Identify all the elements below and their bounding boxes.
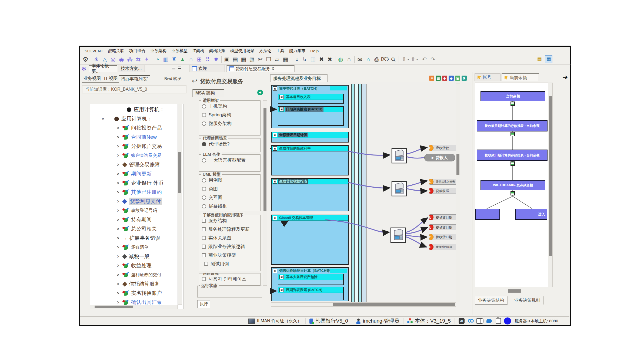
settings-icon[interactable]: ⚙ <box>82 56 89 63</box>
link-icon[interactable] <box>467 318 475 324</box>
spark-icon[interactable]: ✦ <box>143 56 151 63</box>
right-vscrollbar-thumb[interactable] <box>549 96 552 256</box>
forward-arrow-button[interactable]: ➔ <box>561 73 569 81</box>
tab-welcome[interactable]: 欢迎 <box>189 65 225 72</box>
tree-expander-icon[interactable]: > <box>116 163 120 167</box>
tree-row[interactable]: >账户查询及交易 <box>90 151 177 160</box>
nodes-color-icon[interactable]: ✚ <box>442 76 447 81</box>
swimlane-icon[interactable]: ≡ <box>429 76 434 81</box>
book-icon[interactable]: ❒ <box>265 56 273 63</box>
checkbox-control[interactable] <box>202 253 206 257</box>
tree-row[interactable]: >合同前New <box>90 133 177 142</box>
activity-subbox-6-1[interactable]: ▣基本大条日资产扣除 <box>278 274 344 285</box>
tree-expander-icon[interactable]: > <box>116 282 120 286</box>
cabinet-icon[interactable]: ▦ <box>240 56 248 63</box>
db-table-icon[interactable]: ▦ <box>282 56 289 63</box>
export-box-icon[interactable]: ▣ <box>455 76 460 81</box>
workstation-icon-1[interactable] <box>391 148 407 164</box>
tree-expander-icon[interactable]: > <box>116 181 120 185</box>
left-panel-tab-1[interactable]: 本体论概要... <box>89 65 117 72</box>
checkbox-option[interactable]: 实体关系图 <box>202 235 260 241</box>
strategy-icon[interactable]: ◎ <box>109 56 117 63</box>
activity-subbox-1-1[interactable]: ▣基本每日收入表 <box>278 94 344 104</box>
tree-expander-icon[interactable]: > <box>116 263 120 268</box>
tree-row[interactable]: >持有期间 <box>90 215 177 224</box>
output-chip-1[interactable]: C应收贷款 <box>429 145 457 151</box>
center-vscrollbar[interactable] <box>456 83 460 302</box>
tree-row[interactable]: >分拆账户交易 <box>90 142 177 151</box>
tree-expander-icon[interactable]: > <box>116 208 120 213</box>
tab-msa-architecture[interactable]: MSA 架构 <box>192 89 224 97</box>
flow-box-3[interactable]: 按收款日期计算的存款报表 - 当前余额 <box>477 150 548 161</box>
center-vscrollbar-thumb[interactable] <box>456 154 459 175</box>
bank-icon[interactable]: ⌂ <box>187 56 195 63</box>
tab-service-process[interactable]: 服务处理流程及业务目标 <box>270 75 328 82</box>
output-chip-4[interactable]: U贷款收据 <box>429 188 457 194</box>
menu-item-8[interactable]: 模型使用场景 <box>228 48 256 54</box>
tree-vscrollbar[interactable] <box>178 104 182 305</box>
radio-option[interactable]: 类图 <box>202 186 260 192</box>
tree-expander-icon[interactable]: > <box>116 273 120 277</box>
checkbox-option[interactable]: 商业决策模型 <box>202 252 260 258</box>
flow-box-6[interactable]: 进入 <box>515 209 547 220</box>
status-circle-icon[interactable] <box>504 318 511 324</box>
printer-icon[interactable]: ⎙ <box>373 56 381 63</box>
menu-item-7[interactable]: 架构决策 <box>207 48 227 54</box>
view-tab-3[interactable]: 待办事项列表” <box>119 75 150 83</box>
menu-item-12[interactable]: Help <box>308 48 321 54</box>
right-vscrollbar[interactable] <box>548 83 553 287</box>
activity-box-3[interactable]: ▣生成详细的贷款利率 <box>271 145 349 175</box>
tree-row[interactable]: >减税一般 <box>90 252 177 261</box>
search-icon[interactable]: ⚲ <box>388 54 399 65</box>
layers-icon[interactable]: ▤ <box>231 56 239 63</box>
menu-item-6[interactable]: IT架构 <box>190 48 206 54</box>
checkbox-control[interactable] <box>202 219 206 223</box>
tree-row-selected[interactable]: >贷款利息支付 <box>90 197 177 206</box>
image-icon[interactable]: ▧ <box>248 56 256 63</box>
split-icon[interactable]: ✂ <box>256 56 264 63</box>
matrix-icon[interactable]: ▦ <box>436 76 441 81</box>
flow-box-2[interactable]: 接收款日期计算的存款报表 - 当前余额 <box>477 120 548 131</box>
checkbox-option[interactable]: 사용자 인터페이스 <box>202 276 260 282</box>
workstation-icon-2[interactable] <box>391 181 407 197</box>
tree-row[interactable]: >收益处理 <box>90 261 177 270</box>
menu-item-1[interactable]: SOLVENT <box>82 48 105 54</box>
execute-button[interactable]: 执行 <box>197 300 210 308</box>
activity-subbox-1-2[interactable]: ▣日期列表搜索 (BATCH) <box>278 106 344 126</box>
add-architecture-button[interactable]: + <box>257 90 263 95</box>
leaf-icon[interactable]: ❥ <box>462 76 467 81</box>
menu-item-9[interactable]: 方法论 <box>257 48 273 54</box>
decision-flow-canvas[interactable]: 当前余额接收款日期计算的存款报表 - 当前余额按收款日期计算的存款报表 - 当前… <box>475 83 553 287</box>
radio-option[interactable]: 交互图 <box>202 194 260 201</box>
checkbox-option[interactable]: 服务结构 <box>202 218 260 224</box>
tree-hscrollbar[interactable] <box>90 305 178 309</box>
center-hscrollbar-thumb[interactable] <box>333 303 455 306</box>
output-chip-3[interactable]: C贷款接收入账表 <box>429 179 457 185</box>
store-icon[interactable]: ⌂ <box>364 56 372 63</box>
checkbox-control[interactable] <box>202 245 206 249</box>
tree-row[interactable]: >坏账清单 <box>90 243 177 252</box>
flow-box-1[interactable]: 当前余额 <box>481 91 545 101</box>
process-diagram-canvas[interactable]: ▣简单替代计算（BATCH）▣基本每日收入表▣日期列表搜索 (BATCH)▣全额… <box>270 82 471 310</box>
minimize-panel-button[interactable] <box>172 67 175 69</box>
center-hscrollbar[interactable] <box>271 302 456 307</box>
upload-icon[interactable]: ⇧ <box>409 56 417 63</box>
tree-expander-icon[interactable]: > <box>116 172 120 176</box>
menu-item-2[interactable]: 战略关联 <box>106 48 126 54</box>
tree-row[interactable]: >管理交易账簿 <box>90 160 177 169</box>
bridge-icon[interactable]: ∩ <box>345 56 353 63</box>
menu-item-11[interactable]: 能力集市 <box>287 48 308 54</box>
radio-option[interactable]: Spring架构 <box>202 112 260 118</box>
analysis-icon[interactable]: △ <box>101 56 109 63</box>
tree-expander-icon[interactable]: > <box>116 218 120 222</box>
target-icon[interactable]: ◉ <box>118 56 125 63</box>
radio-control[interactable] <box>202 204 206 208</box>
tree-row[interactable]: >应用计算机： <box>90 114 177 123</box>
chat-icon[interactable] <box>485 318 493 324</box>
menu-item-3[interactable]: 项目组合 <box>127 48 148 54</box>
checkbox-control[interactable] <box>202 277 206 281</box>
bottom-tab-1[interactable]: 业务决策结构 <box>475 296 508 305</box>
right-hscrollbar-thumb[interactable] <box>508 289 521 293</box>
package-icon[interactable]: ◫ <box>309 56 317 63</box>
tree-expander-icon[interactable]: > <box>116 300 120 305</box>
